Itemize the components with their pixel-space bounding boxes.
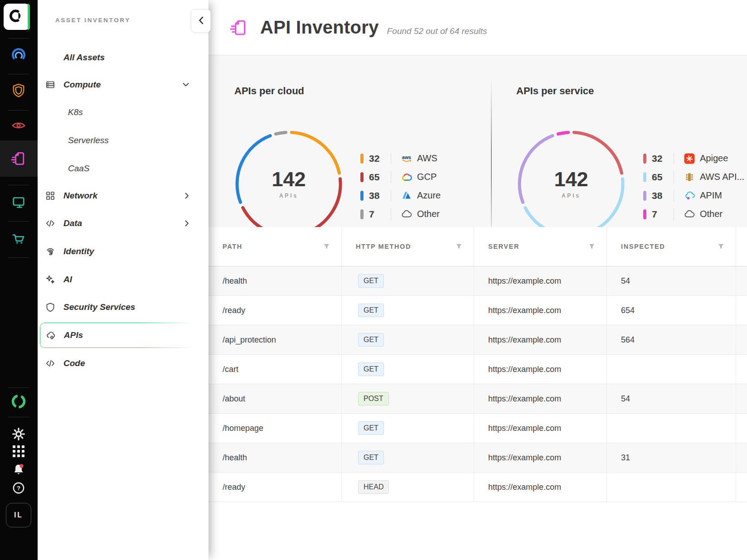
rail-api-doc-button[interactable] [10, 150, 28, 168]
legend-row[interactable]: 7Other [360, 205, 441, 223]
legend-separator [391, 190, 391, 202]
rail-help-button[interactable]: ? [10, 479, 28, 497]
sidebar-item-label: All Assets [63, 53, 105, 63]
column-header-label: SERVER [488, 243, 519, 250]
table-row[interactable]: /healthGEThttps://example.com31 [209, 443, 747, 473]
sparkles-icon [45, 275, 55, 285]
table-row[interactable]: /homepageGEThttps://example.com [209, 414, 747, 443]
cell-path: /ready [209, 473, 342, 502]
fingerprint-icon [45, 246, 55, 256]
cell-server: https://example.com [474, 473, 607, 502]
table-row[interactable]: /aboutPOSThttps://example.com54 [209, 384, 747, 414]
rail-gear-button[interactable] [10, 425, 28, 443]
table-row[interactable]: /readyHEADhttps://example.com [209, 473, 747, 502]
sidebar-item-apis[interactable]: APIs [40, 323, 198, 348]
cell-inspected [607, 355, 736, 384]
cell-path: /api_protection [209, 325, 342, 354]
legend-row[interactable]: 7Other [643, 205, 744, 223]
legend-row[interactable]: 65GCP [360, 168, 441, 186]
cloud-outline-icon [684, 208, 695, 220]
cell-spacer [736, 266, 747, 295]
legend-apis-per-service: 32Apigee65AWS API...38APIM7Other [643, 149, 744, 223]
sidebar-item-code[interactable]: Code [38, 351, 205, 376]
legend-swatch [643, 172, 646, 182]
sidebar-item-all-assets[interactable]: All Assets [38, 45, 205, 70]
code-icon [45, 358, 55, 368]
sidebar-item-ai[interactable]: AI [38, 267, 205, 292]
chevron-right-icon [185, 193, 189, 199]
user-avatar[interactable]: IL [6, 503, 31, 527]
sidebar-item-compute[interactable]: Compute [38, 72, 205, 97]
donut-segment-apigee[interactable] [574, 132, 621, 173]
legend-separator [674, 190, 674, 202]
sidebar-item-identity[interactable]: Identity [38, 239, 205, 264]
table-row[interactable]: /readyGEThttps://example.com654 [209, 296, 747, 325]
legend-row[interactable]: 32Apigee [643, 149, 744, 168]
sidebar-item-network[interactable]: Network [38, 183, 205, 208]
charts-divider [491, 78, 492, 250]
legend-apis-per-cloud: 32awsAWS65GCP38Azure7Other [360, 149, 441, 223]
filter-icon[interactable] [456, 243, 462, 250]
sidebar-item-caas[interactable]: CaaS [38, 156, 205, 181]
api-cloud-icon [46, 331, 56, 341]
cell-inspected: 654 [607, 296, 736, 325]
legend-row[interactable]: 32awsAWS [360, 149, 441, 168]
cell-path: /ready [209, 296, 342, 325]
rail-monitor-button[interactable] [10, 193, 28, 212]
rail-orca-ring-button[interactable] [10, 392, 28, 410]
api-doc-icon [10, 150, 27, 167]
brand-logo[interactable] [4, 4, 30, 30]
column-header-path[interactable]: PATH [209, 227, 342, 266]
donut-segment-aws[interactable] [291, 132, 339, 173]
filter-icon[interactable] [588, 243, 595, 250]
chevron-left-icon [199, 16, 204, 26]
cell-inspected: 564 [607, 325, 736, 354]
sidebar-item-data[interactable]: Data [38, 211, 205, 236]
donut-segment-other[interactable] [558, 132, 568, 134]
orca-ring-icon [10, 393, 27, 410]
legend-row[interactable]: 38Azure [360, 186, 441, 205]
rail-grid-button[interactable] [10, 442, 28, 460]
server-icon [45, 80, 55, 90]
table-row[interactable]: /cartGEThttps://example.com [209, 355, 747, 384]
cell-server: https://example.com [474, 443, 607, 472]
sidebar-item-serverless[interactable]: Serverless [38, 128, 205, 153]
cell-http-method: GET [342, 325, 474, 354]
sidebar-item-security-services[interactable]: Security Services [38, 294, 205, 320]
column-header-http-method[interactable]: HTTP METHOD [342, 227, 474, 266]
legend-label: Other [417, 209, 440, 219]
cell-inspected [607, 414, 736, 443]
legend-row[interactable]: 65AWS API... [643, 168, 744, 186]
cell-http-method: HEAD [342, 473, 474, 502]
legend-swatch [360, 172, 364, 182]
rail-cart-button[interactable] [10, 230, 28, 248]
rail-shield-orange-button[interactable] [10, 81, 28, 99]
rail-bell-button[interactable] [10, 460, 28, 478]
column-header-inspected[interactable]: INSPECTED [607, 227, 736, 266]
legend-row[interactable]: 38APIM [643, 186, 744, 205]
sidebar-item-label: Compute [63, 80, 101, 90]
rail-eye-button[interactable] [10, 116, 28, 134]
sidebar-item-label: Serverless [68, 135, 109, 145]
legend-value: 32 [369, 153, 386, 164]
donut-segment-other[interactable] [276, 132, 286, 134]
filter-icon[interactable] [323, 243, 330, 250]
cell-inspected: 54 [607, 384, 736, 413]
cell-inspected: 31 [607, 443, 736, 472]
legend-label: APIM [700, 190, 722, 201]
sidebar-collapse-button[interactable] [191, 9, 211, 33]
legend-label: Azure [417, 190, 441, 201]
donut-segment-apim[interactable] [519, 136, 553, 203]
table-row[interactable]: /healthGEThttps://example.com54 [209, 266, 747, 296]
cell-server: https://example.com [474, 266, 607, 295]
sidebar-item-k8s[interactable]: K8s [38, 100, 205, 125]
rail-gauge-button[interactable] [10, 46, 28, 64]
cell-spacer [736, 325, 747, 354]
column-header-server[interactable]: SERVER [474, 227, 607, 266]
cell-http-method: GET [342, 443, 474, 472]
donut-segment-azure[interactable] [237, 136, 270, 203]
rail-divider [8, 257, 29, 258]
rail-divider [8, 110, 29, 111]
table-row[interactable]: /api_protectionGEThttps://example.com564 [209, 325, 747, 355]
filter-icon[interactable] [718, 243, 724, 250]
